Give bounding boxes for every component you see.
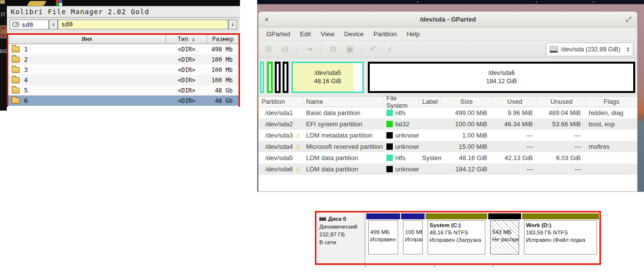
label-cell: System: [419, 154, 441, 162]
gparted-window: × /dev/sda - GParted ⤢ GPartedEditViewDe…: [258, 11, 638, 192]
kolibri-path-field[interactable]: sd0: [58, 20, 228, 29]
table-header-partition: Partition: [259, 96, 303, 107]
menu-item-view[interactable]: View: [316, 30, 339, 38]
folder-icon: [12, 46, 20, 52]
visual-partition-sda1[interactable]: [260, 62, 264, 93]
menu-item-help[interactable]: Help: [402, 30, 425, 38]
disk-status: В сети: [319, 238, 362, 246]
file-row[interactable]: 1<DIR>498 Mb: [8, 44, 239, 54]
filesystem-name: ntfs: [395, 109, 405, 116]
partition-body: System (C:)48,16 ГБ NTFSИсправен (Загруз…: [428, 220, 485, 255]
diskmgmt-partition[interactable]: Work (D:)183,59 ГБ NTFSИсправен (Файл по…: [522, 213, 599, 263]
close-icon[interactable]: ×: [264, 15, 269, 23]
file-name-cell: 4: [8, 76, 166, 84]
column-header-size[interactable]: Размер: [207, 35, 239, 44]
partition-cell: /dev/sda3⚠: [259, 132, 303, 139]
diskmgmt-partition[interactable]: 499 МБИсправен: [366, 213, 400, 263]
kolibri-device-combo[interactable]: sd0: [10, 20, 49, 29]
visual-partition-sda5[interactable]: /dev/sda5 48.16 GiB: [291, 62, 364, 93]
column-header-name[interactable]: Имя: [8, 35, 166, 44]
partition-row[interactable]: /dev/sda1⚠Basic data partitionntfs499.00…: [259, 107, 637, 118]
new-partition-icon[interactable]: ⊞: [263, 44, 273, 54]
column-header-type[interactable]: Тип ↓: [166, 35, 207, 44]
unused-cell: 53.66 MiB: [538, 120, 586, 128]
partition-color-bar: [522, 213, 599, 219]
size-cell: 15.00 MiB: [441, 143, 492, 150]
kolibri-file-list: Имя Тип ↓ Размер 1<DIR>498 Mb2<DIR>100 M…: [7, 33, 240, 107]
file-name-cell: 2: [8, 56, 166, 63]
warning-icon: ⚠: [294, 143, 302, 150]
file-row[interactable]: 5<DIR>48 Gb: [8, 85, 239, 95]
partition-body: 100 МБИсправен: [403, 220, 423, 255]
visual-partition-sda2[interactable]: [267, 62, 273, 93]
desktop-corner-icon: [0, 0, 5, 4]
warning-icon: ⚠: [294, 132, 302, 139]
file-name: 2: [24, 56, 28, 63]
paste-icon[interactable]: ▣: [345, 44, 355, 54]
volume-size: 499 МБ: [370, 229, 396, 236]
partition-cell: /dev/sda5⚠: [259, 154, 303, 162]
file-row[interactable]: 2<DIR>100 Mb: [8, 54, 239, 65]
menu-item-partition[interactable]: Partition: [369, 30, 402, 38]
partition-row[interactable]: /dev/sda5⚠LDM data partitionntfsSystem48…: [259, 152, 637, 163]
file-type-cell: <DIR>: [166, 77, 207, 84]
maximize-icon[interactable]: ⤢: [626, 15, 631, 23]
gparted-device-combo[interactable]: /dev/sda (232.89 GiB) ▲▼: [546, 43, 633, 56]
partition-row[interactable]: /dev/sda3⚠LDM metadata partitionunknown1…: [259, 130, 637, 141]
file-row[interactable]: 6<DIR>48 Gb: [8, 95, 239, 106]
kolibri-title-bar[interactable]: Kolibri File Manager 2.02 Gold: [7, 6, 240, 18]
diskmgmt-partition[interactable]: System (C:)48,16 ГБ NTFSИсправен (Загруз…: [426, 213, 487, 263]
resize-move-icon[interactable]: ⇥: [304, 44, 314, 54]
gparted-table-rows: /dev/sda1⚠Basic data partitionntfs499.00…: [259, 107, 637, 175]
partition-label: /dev/sda5: [314, 69, 341, 77]
volume-size: 543 МБ: [492, 229, 517, 236]
delete-partition-icon[interactable]: ⊟: [280, 44, 290, 54]
disk-info-box[interactable]: Диск 0 Динамический 232,87 ГБ В сети: [316, 212, 365, 263]
filesystem-color-swatch: [386, 110, 393, 116]
partition-row[interactable]: /dev/sda4⚠Microsoft reserved partitionun…: [259, 141, 637, 152]
visual-partition-sda6[interactable]: /dev/sda6 184.12 GiB: [368, 62, 635, 93]
diskmgmt-partition[interactable]: 543 МБНе распределена: [488, 213, 521, 263]
file-size-cell: 100 Mb: [207, 56, 239, 63]
file-row[interactable]: 3<DIR>100 Mb: [8, 65, 239, 75]
undo-icon[interactable]: ↶: [369, 44, 379, 54]
file-name-cell: 5: [8, 87, 166, 94]
volume-title: Work (D:): [526, 222, 595, 229]
file-type-cell: <DIR>: [166, 56, 207, 63]
visual-partition-sda3[interactable]: [275, 62, 281, 93]
menu-item-edit[interactable]: Edit: [295, 30, 315, 38]
spinner-arrows-icon[interactable]: ▲▼: [626, 46, 630, 52]
folder-icon: [12, 88, 20, 93]
filesystem-cell: ntfs: [383, 154, 419, 162]
toolbar-separator: [361, 45, 362, 54]
partition-row[interactable]: /dev/sda6⚠LDM data partitionunknown184.1…: [259, 163, 637, 175]
apply-icon[interactable]: ✓: [385, 44, 395, 54]
volume-status: Исправен: [370, 236, 396, 243]
table-header-flags: Flags: [586, 96, 637, 107]
copy-icon[interactable]: ⧉: [328, 45, 338, 54]
menu-item-device[interactable]: Device: [339, 30, 369, 38]
diskmgmt-partition[interactable]: 100 МБИсправен: [401, 213, 425, 263]
desktop-fragment-text: EAI: [0, 49, 7, 54]
menu-item-gparted[interactable]: GParted: [262, 30, 295, 38]
table-header-unused: Unused: [538, 96, 586, 107]
gparted-title-bar[interactable]: × /dev/sda - GParted ⤢: [259, 12, 637, 27]
kolibri-device-dropdown-button[interactable]: ↓: [49, 20, 58, 29]
partition-row[interactable]: /dev/sda2⚠EFI system partitionfat32100.0…: [259, 118, 637, 130]
filesystem-name: unknown: [395, 132, 419, 139]
used-cell: 9.96 MiB: [492, 109, 538, 116]
kolibri-path-dropdown-button[interactable]: ↓: [228, 20, 237, 29]
file-size-cell: 498 Mb: [207, 46, 239, 53]
flags-cell: msftres: [586, 143, 637, 150]
harddisk-icon: [549, 46, 558, 53]
visual-partition-sda4[interactable]: [283, 62, 288, 93]
filesystem-color-swatch: [386, 121, 393, 127]
size-cell: 184.12 GiB: [441, 165, 492, 173]
gparted-menu-bar: GPartedEditViewDevicePartitionHelp: [259, 27, 637, 41]
volume-size: 183,59 ГБ NTFS: [526, 229, 595, 236]
kolibri-window: Kolibri File Manager 2.02 Gold sd0 ↓ sd0…: [7, 6, 240, 107]
size-cell: 48.16 GiB: [441, 154, 492, 162]
gparted-toolbar: ⊞⊟⇥⧉▣↶✓ /dev/sda (232.89 GiB) ▲▼: [259, 41, 637, 58]
partition-color-bar: [488, 213, 521, 219]
file-row[interactable]: 4<DIR>100 Mb: [8, 75, 239, 85]
